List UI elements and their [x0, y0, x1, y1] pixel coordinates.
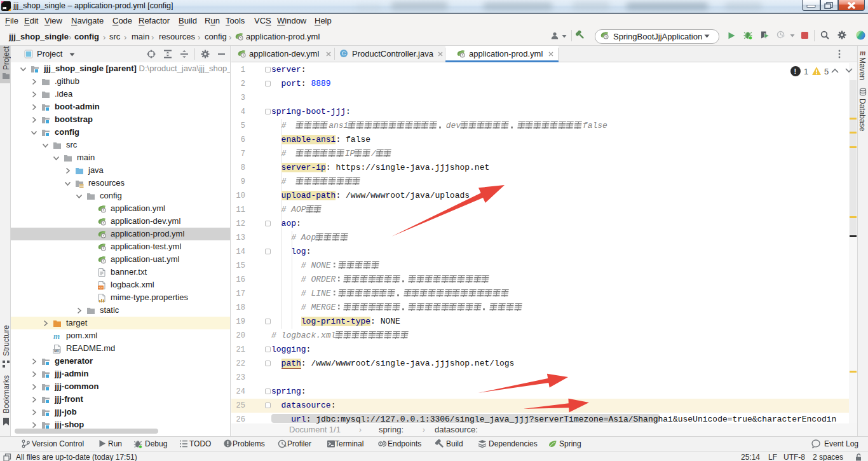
- svg-text:<>: <>: [98, 286, 102, 289]
- svg-text:m: m: [860, 48, 865, 57]
- svg-text:m: m: [53, 331, 60, 341]
- svg-text:MD: MD: [54, 350, 59, 353]
- svg-text:C: C: [342, 50, 346, 57]
